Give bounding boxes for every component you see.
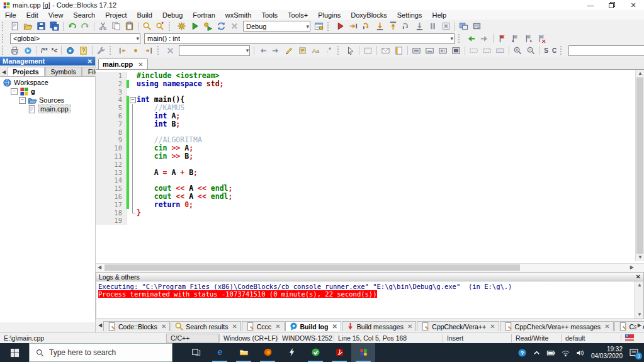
code-line[interactable]: 18} <box>96 209 644 217</box>
tray-network-icon[interactable] <box>561 348 570 358</box>
taskbar-app-task-view[interactable] <box>184 343 208 362</box>
new-file-icon[interactable] <box>8 21 21 32</box>
build-target-combo[interactable]: Debug▾ <box>243 21 310 31</box>
minimize-button[interactable]: — <box>580 0 601 10</box>
copy-icon[interactable] <box>110 21 123 32</box>
pencil-icon[interactable] <box>283 45 296 56</box>
build-and-run-icon[interactable] <box>201 21 215 32</box>
log-tab-build-log[interactable]: Build log✕ <box>285 321 341 331</box>
code-line[interactable]: 2using namespace std; <box>96 80 644 88</box>
various-info-icon[interactable] <box>470 21 483 32</box>
taskbar-search-input[interactable]: Type here to search <box>29 343 172 362</box>
editor-horizontal-scrollbar[interactable]: ◀ ▶ <box>96 263 644 272</box>
clear-bookmarks-icon[interactable] <box>535 33 548 44</box>
inc-dot-icon[interactable] <box>129 45 142 56</box>
inc-prev-icon[interactable] <box>116 45 129 56</box>
doxy-help-icon[interactable]: ? <box>77 45 90 56</box>
menu-doxyblocks[interactable]: DoxyBlocks <box>346 11 392 19</box>
menu-tools[interactable]: Tools+ <box>283 11 313 19</box>
menu-file[interactable]: File <box>0 11 21 19</box>
log-tab-search-results[interactable]: Search results✕ <box>171 321 241 331</box>
log-tab-cppcheck-vera-[interactable]: CppCheck/Vera++✕ <box>417 321 499 331</box>
frame-icon[interactable] <box>361 45 375 56</box>
close-button[interactable]: ✕ <box>623 0 644 10</box>
sizer-a-icon[interactable] <box>410 45 423 56</box>
fold-collapse-icon[interactable]: − <box>130 97 136 103</box>
incremental-search-combo[interactable]: ▾ <box>179 45 250 56</box>
save-icon[interactable] <box>35 21 48 32</box>
redo-icon[interactable] <box>79 21 92 32</box>
notebook-icon[interactable] <box>392 45 405 56</box>
tree-item-workspace[interactable]: Workspace <box>0 78 95 87</box>
border-a-icon[interactable] <box>467 45 480 56</box>
management-close-icon[interactable]: ✕ <box>88 58 93 65</box>
tray-volume-icon[interactable] <box>575 348 585 358</box>
zoom-out-icon[interactable] <box>524 45 538 56</box>
menu-build[interactable]: Build <box>132 11 157 19</box>
tray-chevron-icon[interactable] <box>532 348 541 358</box>
start-button[interactable] <box>0 343 29 362</box>
editor-tab-close-icon[interactable]: ✕ <box>138 61 143 68</box>
border-b-icon[interactable] <box>480 45 494 56</box>
function-scope-combo[interactable]: main() : int▾ <box>144 33 455 44</box>
code-line[interactable]: 19 <box>96 217 644 225</box>
log-tab-close-icon[interactable]: ✕ <box>604 323 609 330</box>
save-all-icon[interactable] <box>48 21 61 32</box>
wrench-icon[interactable] <box>94 45 108 56</box>
log-tab-close-icon[interactable]: ✕ <box>332 323 337 330</box>
build-icon[interactable] <box>175 21 188 32</box>
log-vertical-scrollbar[interactable]: ▲ ▼ <box>635 281 643 319</box>
log-tab-close-icon[interactable]: ✕ <box>161 323 166 330</box>
menu-tools[interactable]: Tools <box>256 11 283 19</box>
symbol-search-combo[interactable]: ▾ <box>568 45 644 56</box>
step-into-instruction-icon[interactable] <box>413 21 426 32</box>
fwd-gray-icon[interactable] <box>269 45 283 56</box>
menu-wxsmith[interactable]: wxSmith <box>220 11 257 19</box>
undo-icon[interactable] <box>65 21 79 32</box>
menu-fortran[interactable]: Fortran <box>188 11 220 19</box>
abort-build-icon[interactable] <box>228 21 241 32</box>
mgmt-tab-symbols[interactable]: Symbols <box>45 67 82 76</box>
prev-bookmark-icon[interactable] <box>509 33 522 44</box>
action-center-icon[interactable]: 3 <box>629 348 639 358</box>
menu-search[interactable]: Search <box>68 11 100 19</box>
mgmt-tab-projects[interactable]: Projects <box>7 67 44 76</box>
log-tab-cccc[interactable]: Cccc✕ <box>242 321 285 331</box>
regex-icon[interactable]: .* <box>322 45 336 56</box>
taskbar-app-acrobat[interactable] <box>327 343 351 362</box>
chevron-down-icon[interactable]: ▾ <box>244 47 249 54</box>
log-tab-close-icon[interactable]: ✕ <box>407 323 412 330</box>
menu-plugins[interactable]: Plugins <box>313 11 346 19</box>
menu-debug[interactable]: Debug <box>157 11 188 19</box>
cut-icon[interactable] <box>96 21 110 32</box>
S-icon[interactable]: S <box>542 45 550 56</box>
sizer-b-icon[interactable] <box>423 45 436 56</box>
replace-icon[interactable] <box>154 21 167 32</box>
nav-forward-icon[interactable] <box>478 33 491 44</box>
nav-back-icon[interactable] <box>465 33 478 44</box>
debug-continue-icon[interactable] <box>334 21 347 32</box>
pointer-icon[interactable] <box>344 45 357 56</box>
tree-item-maincpp[interactable]: main.cpp <box>0 105 95 113</box>
tray-battery-icon[interactable] <box>546 348 556 358</box>
menu-view[interactable]: View <box>43 11 69 19</box>
doxy-extract-icon[interactable] <box>8 45 21 56</box>
chevron-down-icon[interactable]: ▾ <box>448 35 453 42</box>
next-bookmark-icon[interactable] <box>522 33 535 44</box>
tree-expander-icon[interactable]: − <box>11 88 18 95</box>
editor-tab-maincpp[interactable]: main.cpp ✕ <box>98 59 148 69</box>
next-instruction-icon[interactable] <box>400 21 413 32</box>
paste-icon[interactable] <box>123 21 136 32</box>
run-icon[interactable] <box>188 21 201 32</box>
menu-project[interactable]: Project <box>100 11 132 19</box>
doxy-chm-icon[interactable] <box>64 45 77 56</box>
menu-edit[interactable]: Edit <box>21 11 43 19</box>
toggle-bookmark-icon[interactable] <box>495 33 509 44</box>
code-line[interactable]: 7 int B; <box>96 120 644 128</box>
inc-next-icon[interactable] <box>142 45 155 56</box>
stop-debugger-icon[interactable] <box>439 21 453 32</box>
log-tabs-scroll-left-icon[interactable]: ◀ <box>97 322 103 329</box>
menu-settings[interactable]: Settings <box>392 11 427 19</box>
debugging-windows-icon[interactable] <box>457 21 470 32</box>
next-line-icon[interactable] <box>360 21 373 32</box>
